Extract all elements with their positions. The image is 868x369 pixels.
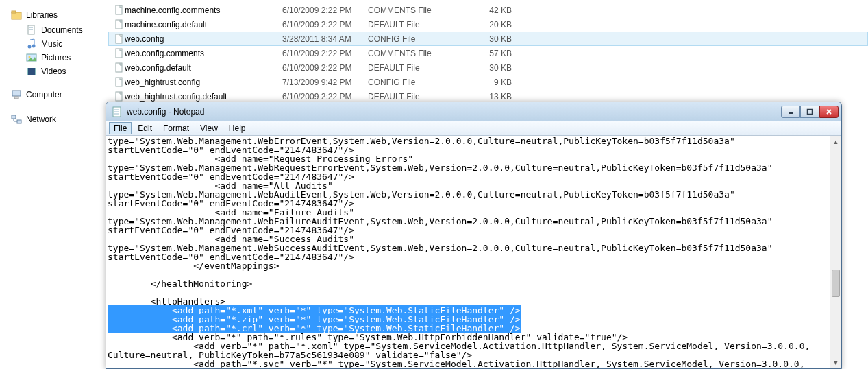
svg-rect-21 (116, 78, 122, 86)
svg-rect-17 (116, 20, 122, 29)
nav-label: Network (26, 115, 56, 124)
scroll-up-arrow[interactable]: ▲ (830, 136, 841, 147)
svg-point-5 (28, 45, 32, 49)
file-type: DEFAULT File (368, 92, 471, 102)
notepad-body: type="System.Web.Management.WebErrorEven… (106, 136, 841, 368)
music-icon (26, 38, 37, 49)
svg-rect-10 (27, 68, 28, 75)
svg-rect-13 (14, 97, 18, 99)
svg-rect-1 (12, 11, 16, 13)
file-name: web_hightrust.config (125, 78, 282, 87)
svg-rect-28 (808, 109, 813, 114)
file-date: 6/10/2009 2:22 PM (282, 92, 368, 102)
nav-label: Documents (41, 25, 83, 35)
notepad-icon (112, 106, 123, 117)
file-icon (114, 62, 125, 73)
svg-rect-16 (116, 5, 122, 14)
libraries-icon (11, 10, 22, 21)
file-type: DEFAULT File (368, 20, 471, 29)
svg-rect-22 (116, 92, 122, 101)
file-row[interactable]: web_hightrust.config7/13/2009 9:42 PMCON… (108, 75, 868, 89)
file-row[interactable]: machine.config.comments6/10/2009 2:22 PM… (108, 3, 868, 17)
file-name: machine.config.default (125, 20, 282, 29)
file-row[interactable]: machine.config.default6/10/2009 2:22 PMD… (108, 17, 868, 32)
file-icon (114, 48, 125, 59)
file-size: 42 KB (471, 5, 512, 15)
file-size: 9 KB (471, 78, 512, 87)
file-icon (114, 19, 125, 30)
close-button[interactable] (819, 106, 839, 118)
file-date: 6/10/2009 2:22 PM (282, 49, 368, 58)
videos-icon (26, 66, 37, 77)
nav-libraries[interactable]: Libraries (7, 8, 108, 23)
scroll-thumb[interactable] (832, 270, 840, 297)
file-date: 3/28/2011 8:34 AM (282, 34, 368, 44)
nav-label: Computer (26, 90, 62, 99)
nav-music[interactable]: Music (7, 37, 108, 51)
svg-point-8 (29, 56, 31, 58)
svg-rect-19 (116, 49, 122, 58)
menu-format[interactable]: Format (158, 122, 194, 134)
file-icon (114, 34, 125, 45)
file-date: 7/13/2009 9:42 PM (282, 78, 368, 87)
file-date: 6/10/2009 2:22 PM (282, 20, 368, 29)
computer-icon (11, 89, 22, 100)
nav-computer[interactable]: Computer (7, 88, 108, 103)
file-row[interactable]: web.config3/28/2011 8:34 AMCONFIG File30… (108, 32, 868, 46)
file-size: 57 KB (471, 49, 512, 58)
file-size: 30 KB (471, 63, 512, 73)
menu-view[interactable]: View (195, 122, 223, 134)
svg-rect-14 (12, 115, 16, 119)
file-type: COMMENTS File (368, 5, 471, 15)
scroll-down-arrow[interactable]: ▼ (830, 357, 841, 368)
file-name: machine.config.comments (125, 5, 282, 15)
svg-rect-11 (35, 68, 36, 75)
file-icon (114, 5, 125, 16)
documents-icon (26, 25, 37, 36)
file-type: DEFAULT File (368, 63, 471, 73)
file-row[interactable]: web.config.comments6/10/2009 2:22 PMCOMM… (108, 46, 868, 60)
file-date: 6/10/2009 2:22 PM (282, 5, 368, 15)
menu-help[interactable]: Help (224, 122, 251, 134)
pictures-icon (26, 52, 37, 63)
file-row[interactable]: web.config.default6/10/2009 2:22 PMDEFAU… (108, 60, 868, 75)
notepad-window: web.config - Notepad File Edit Format Vi… (106, 102, 842, 369)
network-icon (11, 114, 22, 125)
menu-edit[interactable]: Edit (133, 122, 157, 134)
notepad-title: web.config - Notepad (127, 107, 777, 117)
file-name: web.config (125, 34, 282, 44)
file-icon (114, 77, 125, 88)
svg-rect-12 (12, 91, 21, 96)
nav-label: Pictures (41, 53, 71, 62)
file-date: 6/10/2009 2:22 PM (282, 63, 368, 73)
nav-videos[interactable]: Videos (7, 64, 108, 78)
file-icon (114, 91, 125, 102)
notepad-menubar: File Edit Format View Help (106, 121, 841, 136)
nav-label: Music (41, 39, 62, 49)
nav-network[interactable]: Network (7, 112, 108, 128)
svg-point-6 (32, 45, 36, 48)
svg-rect-9 (27, 68, 36, 75)
file-name: web.config.comments (125, 49, 282, 58)
file-type: COMMENTS File (368, 49, 471, 58)
file-name: web.config.default (125, 63, 282, 73)
notepad-titlebar[interactable]: web.config - Notepad (106, 102, 841, 121)
explorer-nav-pane: Libraries Documents Music Pictures Video… (0, 0, 108, 369)
svg-rect-18 (116, 34, 122, 43)
nav-label: Videos (41, 67, 66, 76)
file-type: CONFIG File (368, 34, 471, 44)
maximize-button[interactable] (800, 106, 819, 118)
nav-label: Libraries (26, 10, 58, 20)
file-size: 13 KB (471, 92, 512, 102)
svg-rect-15 (17, 120, 21, 123)
vertical-scrollbar[interactable]: ▲ ▼ (830, 136, 841, 368)
svg-rect-20 (116, 63, 122, 72)
notepad-text-area[interactable]: type="System.Web.Management.WebErrorEven… (106, 136, 829, 368)
file-size: 20 KB (471, 20, 512, 29)
file-type: CONFIG File (368, 78, 471, 87)
file-name: web_hightrust.config.default (125, 92, 282, 102)
nav-pictures[interactable]: Pictures (7, 51, 108, 64)
minimize-button[interactable] (781, 106, 800, 118)
menu-file[interactable]: File (109, 122, 132, 134)
nav-documents[interactable]: Documents (7, 23, 108, 37)
